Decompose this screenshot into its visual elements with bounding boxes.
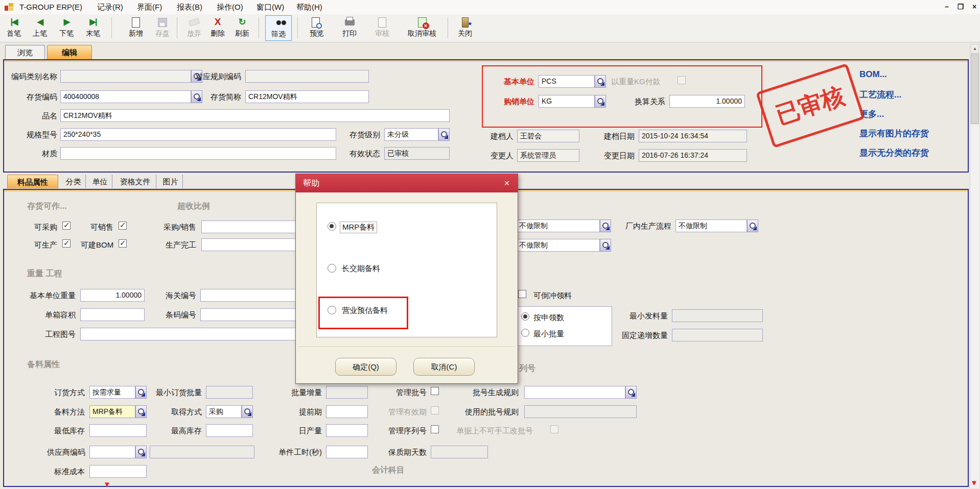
factory-flow-field[interactable]: 不做限制	[675, 219, 747, 232]
dialog-option2-label[interactable]: 长交期备料	[340, 263, 382, 274]
add-button[interactable]: 新增	[123, 15, 149, 41]
lead-time-field[interactable]	[326, 405, 368, 418]
dialog-option1-label[interactable]: MRP备料	[340, 222, 377, 233]
bomable-label: 可建BOM	[81, 240, 113, 250]
prep-method-field[interactable]: MRP备料	[89, 405, 135, 418]
max-stock-field[interactable]	[206, 424, 253, 437]
title-bar: T-GROUP ERP(E) 记录(R) 界面(F) 报表(B) 操作(O) 窗…	[0, 0, 980, 15]
bomable-checkbox[interactable]	[119, 239, 127, 248]
dialog-title-bar[interactable]: 帮助	[296, 174, 518, 192]
dialog-cancel-button[interactable]: 取消(C)	[413, 358, 475, 376]
unit-seconds-field[interactable]	[326, 446, 368, 458]
lookup-icon[interactable]	[135, 386, 147, 399]
lot-rule-field[interactable]	[524, 386, 625, 399]
manage-validity-checkbox[interactable]	[431, 406, 439, 414]
scrollbar-thumb[interactable]	[971, 54, 979, 124]
backflush-label: 可倒冲领料	[533, 291, 590, 301]
lookup-icon[interactable]	[438, 128, 450, 141]
scroll-up-icon[interactable]: ▲	[971, 44, 979, 53]
save-button[interactable]: 存盘	[149, 15, 176, 41]
discard-button[interactable]: 放弃	[181, 15, 207, 41]
next-record-button[interactable]: ▶ 下笔	[53, 15, 80, 41]
daily-output-field[interactable]	[326, 424, 368, 437]
producible-checkbox[interactable]	[62, 239, 71, 248]
order-mode-label: 订货方式	[50, 388, 85, 398]
lookup-icon[interactable]	[600, 239, 611, 252]
preview-button[interactable]: 预览	[304, 15, 330, 41]
delete-button[interactable]: X 删除	[204, 15, 231, 41]
dialog-close-icon[interactable]: ×	[500, 177, 514, 189]
tab-edit[interactable]: 编辑	[47, 45, 92, 59]
link-show-unclassified[interactable]: 显示无分类的存货	[859, 147, 929, 159]
item-name-field[interactable]: CR12MOV精料	[60, 109, 450, 122]
rule-code-field[interactable]	[245, 70, 369, 83]
lookup-icon[interactable]	[135, 405, 147, 418]
close-button[interactable]: 关闭	[452, 15, 478, 41]
last-record-button[interactable]: ▶| 末笔	[80, 15, 106, 41]
fixed-increment-field	[672, 329, 763, 341]
audit-button[interactable]: 审核	[369, 15, 395, 41]
subtab-images[interactable]: 图片	[158, 175, 183, 188]
dialog-option2-radio[interactable]	[328, 264, 336, 273]
menu-app[interactable]: T-GROUP ERP(E)	[19, 3, 82, 11]
subtab-qualification-files[interactable]: 资格文件	[114, 175, 156, 188]
manage-serial-checkbox[interactable]	[431, 425, 439, 433]
first-record-button[interactable]: |◀ 首笔	[1, 15, 27, 41]
menu-window[interactable]: 窗口(W)	[256, 3, 284, 12]
acquire-mode-field[interactable]: 采购	[206, 405, 242, 418]
issue-by-min-batch-radio[interactable]	[521, 329, 529, 337]
minimize-button[interactable]: –	[942, 2, 952, 12]
item-short-field[interactable]: CR12MOV精料	[245, 90, 369, 103]
std-cost-field[interactable]	[89, 465, 147, 478]
dialog-ok-button[interactable]: 确定(Q)	[335, 358, 396, 376]
issue-by-request-radio[interactable]	[521, 312, 529, 321]
item-code-field[interactable]: 400400008	[60, 90, 191, 103]
link-show-with-images[interactable]: 显示有图片的存货	[859, 128, 929, 139]
unit-weight-field[interactable]: 1.00000	[80, 289, 145, 302]
coding-category-field[interactable]	[60, 70, 191, 83]
backflush-checkbox[interactable]	[518, 290, 526, 298]
lookup-icon[interactable]	[625, 386, 637, 399]
supplier-code-field[interactable]	[89, 446, 135, 458]
std-cost-label: 标准成本	[50, 467, 85, 477]
restriction-field-a[interactable]: 不做限制	[516, 219, 600, 232]
no-manual-lot-checkbox[interactable]	[550, 425, 558, 433]
spec-field[interactable]: 250*240*35	[60, 128, 336, 141]
refresh-button[interactable]: ↻ 刷新	[229, 15, 255, 41]
filter-button[interactable]: 筛选	[265, 15, 292, 41]
lookup-icon[interactable]	[242, 405, 253, 418]
subtab-units[interactable]: 单位	[88, 175, 112, 188]
level-field[interactable]: 未分级	[384, 128, 438, 141]
lookup-icon[interactable]	[135, 446, 147, 458]
dialog-option1-radio[interactable]	[328, 222, 336, 231]
close-window-button[interactable]: ×	[969, 2, 979, 12]
link-process-flow[interactable]: 工艺流程...	[859, 89, 901, 101]
link-bom[interactable]: BOM...	[859, 69, 887, 80]
box-volume-field[interactable]	[80, 308, 145, 321]
cancel-audit-button[interactable]: 取消审核	[400, 15, 445, 41]
order-mode-field[interactable]: 按需求量	[89, 386, 135, 399]
print-button[interactable]: 打印	[336, 15, 363, 41]
level-label: 存货级别	[337, 130, 380, 140]
sellable-checkbox[interactable]	[119, 222, 127, 230]
prev-record-button[interactable]: ◀ 上笔	[27, 15, 53, 41]
menu-ui[interactable]: 界面(F)	[137, 3, 162, 12]
preview-icon	[304, 15, 330, 29]
tab-browse[interactable]: 浏览	[5, 45, 45, 59]
subtab-item-properties[interactable]: 料品属性	[7, 175, 58, 188]
subtab-classification[interactable]: 分类	[61, 175, 86, 188]
menu-help[interactable]: 帮助(H)	[296, 3, 322, 12]
lookup-icon[interactable]	[747, 219, 758, 232]
restore-button[interactable]: ❐	[955, 2, 966, 12]
purchasable-checkbox[interactable]	[62, 222, 71, 230]
vertical-scrollbar[interactable]: ▲	[970, 44, 979, 488]
material-field[interactable]	[60, 147, 336, 160]
min-stock-field[interactable]	[89, 424, 147, 437]
section-weight-engineering: 重量 工程	[27, 268, 62, 279]
menu-record[interactable]: 记录(R)	[97, 3, 123, 12]
lookup-icon[interactable]	[600, 219, 611, 232]
menu-report[interactable]: 报表(B)	[177, 3, 202, 12]
menu-action[interactable]: 操作(O)	[217, 3, 243, 12]
manage-lot-checkbox[interactable]	[431, 387, 439, 395]
restriction-field-b[interactable]: 不做限制	[516, 239, 600, 252]
